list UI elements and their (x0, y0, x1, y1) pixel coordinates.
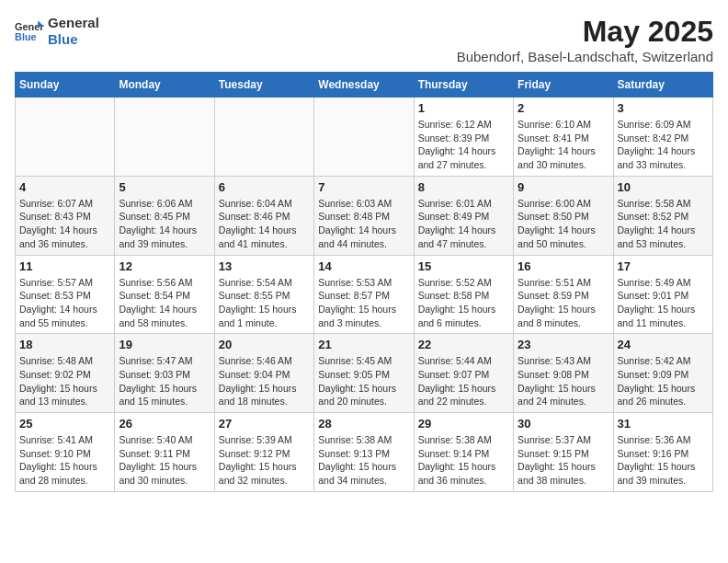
day-info: Sunrise: 5:48 AMSunset: 9:02 PMDaylight:… (19, 354, 110, 408)
calendar-cell: 16Sunrise: 5:51 AMSunset: 8:59 PMDayligh… (514, 255, 613, 334)
calendar-cell (314, 98, 414, 177)
calendar-cell: 23Sunrise: 5:43 AMSunset: 9:08 PMDayligh… (514, 334, 613, 413)
day-info: Sunrise: 5:38 AMSunset: 9:13 PMDaylight:… (318, 433, 409, 488)
day-number: 29 (418, 417, 509, 431)
month-year-title: May 2025 (457, 15, 713, 49)
calendar-cell: 2Sunrise: 6:10 AMSunset: 8:41 PMDaylight… (514, 98, 613, 177)
day-number: 19 (119, 338, 210, 351)
day-info: Sunrise: 5:54 AMSunset: 8:55 PMDaylight:… (219, 276, 310, 330)
day-info: Sunrise: 5:46 AMSunset: 9:04 PMDaylight:… (219, 354, 310, 408)
day-number: 22 (418, 338, 509, 351)
day-info: Sunrise: 5:39 AMSunset: 9:12 PMDaylight:… (219, 433, 310, 488)
day-number: 11 (19, 259, 110, 273)
calendar-cell: 20Sunrise: 5:46 AMSunset: 9:04 PMDayligh… (214, 334, 313, 413)
day-info: Sunrise: 6:07 AMSunset: 8:43 PMDaylight:… (19, 197, 110, 251)
logo-general: General (48, 15, 99, 31)
day-number: 20 (219, 338, 310, 351)
calendar-cell: 3Sunrise: 6:09 AMSunset: 8:42 PMDaylight… (613, 98, 712, 177)
day-info: Sunrise: 5:57 AMSunset: 8:53 PMDaylight:… (19, 276, 110, 330)
day-number: 4 (19, 180, 110, 194)
day-number: 6 (219, 180, 310, 194)
day-number: 12 (119, 259, 210, 273)
calendar-week-row: 25Sunrise: 5:41 AMSunset: 9:10 PMDayligh… (16, 413, 713, 492)
calendar-cell: 10Sunrise: 5:58 AMSunset: 8:52 PMDayligh… (613, 176, 712, 255)
calendar-table: SundayMondayTuesdayWednesdayThursdayFrid… (15, 72, 713, 492)
day-number: 7 (318, 180, 409, 194)
calendar-cell: 5Sunrise: 6:06 AMSunset: 8:45 PMDaylight… (115, 176, 214, 255)
day-info: Sunrise: 5:45 AMSunset: 9:05 PMDaylight:… (318, 354, 409, 408)
day-info: Sunrise: 5:42 AMSunset: 9:09 PMDaylight:… (618, 354, 709, 408)
day-info: Sunrise: 5:52 AMSunset: 8:58 PMDaylight:… (418, 276, 509, 330)
calendar-cell: 21Sunrise: 5:45 AMSunset: 9:05 PMDayligh… (314, 334, 414, 413)
calendar-cell: 19Sunrise: 5:47 AMSunset: 9:03 PMDayligh… (115, 334, 214, 413)
day-info: Sunrise: 5:47 AMSunset: 9:03 PMDaylight:… (119, 354, 210, 408)
calendar-week-row: 1Sunrise: 6:12 AMSunset: 8:39 PMDaylight… (16, 98, 713, 177)
logo: General Blue General Blue (15, 15, 99, 48)
svg-text:Blue: Blue (15, 31, 37, 42)
calendar-cell: 18Sunrise: 5:48 AMSunset: 9:02 PMDayligh… (16, 334, 115, 413)
day-number: 8 (418, 180, 509, 194)
day-info: Sunrise: 6:10 AMSunset: 8:41 PMDaylight:… (518, 118, 609, 172)
calendar-cell: 14Sunrise: 5:53 AMSunset: 8:57 PMDayligh… (314, 255, 414, 334)
weekday-header-wednesday: Wednesday (314, 73, 414, 98)
weekday-header-thursday: Thursday (414, 73, 513, 98)
calendar-cell: 22Sunrise: 5:44 AMSunset: 9:07 PMDayligh… (414, 334, 513, 413)
day-number: 21 (318, 338, 409, 351)
day-info: Sunrise: 5:41 AMSunset: 9:10 PMDaylight:… (19, 433, 110, 488)
day-number: 5 (119, 180, 210, 194)
day-number: 17 (618, 259, 709, 273)
day-number: 26 (119, 417, 210, 431)
logo-blue: Blue (48, 31, 99, 48)
day-number: 1 (418, 101, 509, 115)
calendar-cell: 24Sunrise: 5:42 AMSunset: 9:09 PMDayligh… (613, 334, 712, 413)
day-info: Sunrise: 5:37 AMSunset: 9:15 PMDaylight:… (518, 433, 609, 488)
day-number: 28 (318, 417, 409, 431)
day-number: 2 (518, 101, 609, 115)
calendar-cell: 1Sunrise: 6:12 AMSunset: 8:39 PMDaylight… (414, 98, 513, 177)
calendar-cell: 26Sunrise: 5:40 AMSunset: 9:11 PMDayligh… (115, 413, 214, 492)
page-header: General Blue General Blue May 2025 Buben… (15, 15, 713, 64)
weekday-header-monday: Monday (115, 73, 214, 98)
day-number: 9 (518, 180, 609, 194)
day-number: 3 (618, 101, 709, 115)
day-number: 25 (19, 417, 110, 431)
day-number: 16 (518, 259, 609, 273)
day-info: Sunrise: 5:36 AMSunset: 9:16 PMDaylight:… (618, 433, 709, 488)
day-info: Sunrise: 6:03 AMSunset: 8:48 PMDaylight:… (318, 197, 409, 251)
day-info: Sunrise: 5:56 AMSunset: 8:54 PMDaylight:… (119, 276, 210, 330)
calendar-cell: 12Sunrise: 5:56 AMSunset: 8:54 PMDayligh… (115, 255, 214, 334)
day-number: 23 (518, 338, 609, 351)
day-info: Sunrise: 5:43 AMSunset: 9:08 PMDaylight:… (518, 354, 609, 408)
calendar-week-row: 18Sunrise: 5:48 AMSunset: 9:02 PMDayligh… (16, 334, 713, 413)
calendar-cell: 29Sunrise: 5:38 AMSunset: 9:14 PMDayligh… (414, 413, 513, 492)
calendar-cell: 9Sunrise: 6:00 AMSunset: 8:50 PMDaylight… (514, 176, 613, 255)
calendar-cell: 13Sunrise: 5:54 AMSunset: 8:55 PMDayligh… (214, 255, 313, 334)
day-info: Sunrise: 6:00 AMSunset: 8:50 PMDaylight:… (518, 197, 609, 251)
calendar-cell: 15Sunrise: 5:52 AMSunset: 8:58 PMDayligh… (414, 255, 513, 334)
calendar-cell: 4Sunrise: 6:07 AMSunset: 8:43 PMDaylight… (16, 176, 115, 255)
calendar-week-row: 11Sunrise: 5:57 AMSunset: 8:53 PMDayligh… (16, 255, 713, 334)
calendar-cell: 31Sunrise: 5:36 AMSunset: 9:16 PMDayligh… (613, 413, 712, 492)
weekday-header-tuesday: Tuesday (214, 73, 313, 98)
day-info: Sunrise: 6:04 AMSunset: 8:46 PMDaylight:… (219, 197, 310, 251)
calendar-cell: 6Sunrise: 6:04 AMSunset: 8:46 PMDaylight… (214, 176, 313, 255)
calendar-week-row: 4Sunrise: 6:07 AMSunset: 8:43 PMDaylight… (16, 176, 713, 255)
calendar-header: SundayMondayTuesdayWednesdayThursdayFrid… (16, 73, 713, 98)
calendar-cell (115, 98, 214, 177)
weekday-header-sunday: Sunday (16, 73, 115, 98)
day-info: Sunrise: 6:12 AMSunset: 8:39 PMDaylight:… (418, 118, 509, 172)
calendar-cell: 25Sunrise: 5:41 AMSunset: 9:10 PMDayligh… (16, 413, 115, 492)
day-info: Sunrise: 5:49 AMSunset: 9:01 PMDaylight:… (618, 276, 709, 330)
day-number: 14 (318, 259, 409, 273)
calendar-cell: 17Sunrise: 5:49 AMSunset: 9:01 PMDayligh… (613, 255, 712, 334)
calendar-cell: 11Sunrise: 5:57 AMSunset: 8:53 PMDayligh… (16, 255, 115, 334)
day-info: Sunrise: 5:38 AMSunset: 9:14 PMDaylight:… (418, 433, 509, 488)
calendar-cell: 27Sunrise: 5:39 AMSunset: 9:12 PMDayligh… (214, 413, 313, 492)
weekday-header-row: SundayMondayTuesdayWednesdayThursdayFrid… (16, 73, 713, 98)
calendar-cell: 30Sunrise: 5:37 AMSunset: 9:15 PMDayligh… (514, 413, 613, 492)
calendar-cell (16, 98, 115, 177)
day-info: Sunrise: 5:51 AMSunset: 8:59 PMDaylight:… (518, 276, 609, 330)
day-number: 15 (418, 259, 509, 273)
day-number: 13 (219, 259, 310, 273)
weekday-header-saturday: Saturday (613, 73, 712, 98)
